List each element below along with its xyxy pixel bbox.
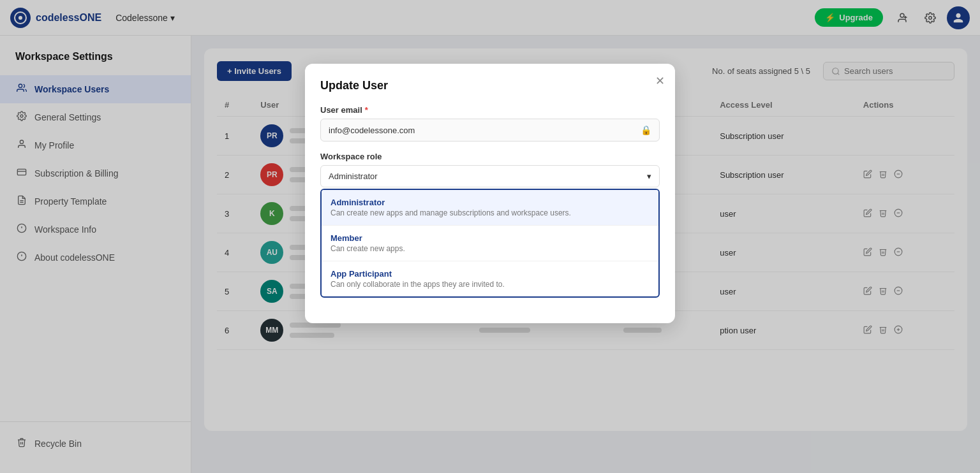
role-label: Workspace role (320, 152, 660, 161)
modal-close-button[interactable]: ✕ (655, 74, 665, 88)
role-admin-title: Administrator (330, 198, 650, 207)
email-form-group: User email * 🔒 (320, 105, 660, 142)
update-user-modal: Update User ✕ User email * 🔒 Workspace r… (305, 64, 675, 323)
role-admin-desc: Can create new apps and manage subscript… (330, 208, 650, 217)
chevron-down-icon: ▾ (647, 171, 651, 181)
role-form-group: Workspace role Administrator ▾ Administr… (320, 152, 660, 298)
role-member-desc: Can create new apps. (330, 244, 650, 253)
role-option-member[interactable]: Member Can create new apps. (322, 226, 658, 261)
email-input[interactable] (329, 126, 641, 135)
lock-icon: 🔒 (641, 125, 651, 135)
role-participant-desc: Can only collaborate in the apps they ar… (330, 280, 650, 289)
required-marker: * (365, 105, 368, 115)
role-selector[interactable]: Administrator ▾ (320, 165, 660, 187)
role-selected-value: Administrator (329, 171, 378, 181)
role-dropdown: Administrator Can create new apps and ma… (320, 189, 660, 298)
modal-overlay: Update User ✕ User email * 🔒 Workspace r… (0, 0, 980, 473)
role-option-administrator[interactable]: Administrator Can create new apps and ma… (322, 190, 658, 226)
email-input-wrap: 🔒 (320, 119, 660, 142)
email-label: User email * (320, 105, 660, 115)
role-option-app-participant[interactable]: App Participant Can only collaborate in … (322, 261, 658, 296)
modal-title: Update User (320, 79, 660, 92)
role-member-title: Member (330, 233, 650, 243)
role-participant-title: App Participant (330, 269, 650, 279)
